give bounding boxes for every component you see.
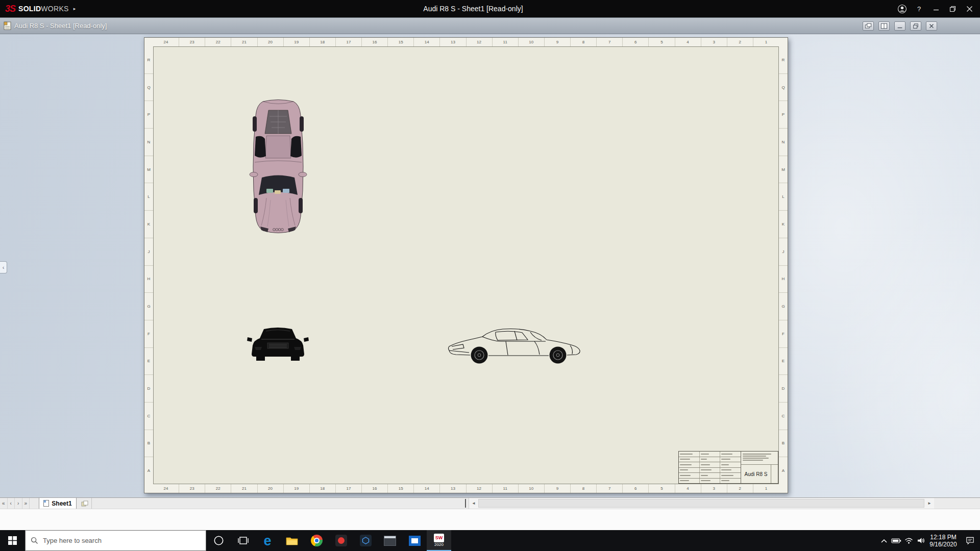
monitor-app-icon <box>409 536 421 546</box>
zone-label: 19 <box>284 38 310 46</box>
zone-label: G <box>779 293 788 320</box>
zone-label: 8 <box>571 38 597 46</box>
volume-status[interactable] <box>915 530 927 551</box>
zone-label: G <box>144 293 153 320</box>
doc-restore-button[interactable] <box>910 21 921 31</box>
task-view-button[interactable] <box>231 530 255 551</box>
battery-icon <box>891 537 901 544</box>
wifi-icon <box>904 537 913 544</box>
zone-label: P <box>779 101 788 129</box>
zone-label: 24 <box>153 484 179 493</box>
sheet-properties-tab[interactable] <box>78 498 92 509</box>
zone-label: B <box>144 430 153 458</box>
cascade-windows-button[interactable] <box>863 21 874 31</box>
zone-label: 10 <box>519 38 545 46</box>
taskbar-clock[interactable]: 12:18 PM 9/16/2020 <box>927 534 960 548</box>
document-title: Audi R8 S - Sheet1 [Read-only] <box>14 22 107 30</box>
zone-label: 22 <box>205 484 231 493</box>
sheet-icon <box>43 500 49 507</box>
sheet-nav-buttons: « ‹ › » <box>0 498 30 509</box>
zone-label: 15 <box>388 38 414 46</box>
drawing-view-top[interactable] <box>248 98 308 236</box>
taskbar-app-file-explorer[interactable] <box>280 530 304 551</box>
minimize-button[interactable] <box>927 0 944 17</box>
taskbar-app-media[interactable] <box>329 530 353 551</box>
zone-label: H <box>779 266 788 293</box>
graphics-viewport[interactable]: ‹ 24232221201918171615141312111098765432… <box>0 34 980 497</box>
zone-label: 5 <box>649 484 675 493</box>
zone-label: F <box>144 320 153 348</box>
title-block-rev-cell <box>771 465 778 483</box>
doc-minimize-button[interactable] <box>894 21 905 31</box>
zone-label: 21 <box>231 484 257 493</box>
battery-status[interactable] <box>890 530 902 551</box>
car-side-view-drawing <box>445 326 585 367</box>
taskbar-app-window[interactable] <box>378 530 402 551</box>
solidworks-app-icon: SW <box>434 534 444 542</box>
windows-logo-icon <box>8 536 17 545</box>
zone-label: 12 <box>467 38 493 46</box>
user-icon <box>897 4 907 14</box>
doc-restore-icon <box>912 22 920 30</box>
scrollbar-thumb[interactable] <box>478 499 924 508</box>
zone-label: 23 <box>179 38 205 46</box>
tile-windows-button[interactable] <box>878 21 890 31</box>
featuremanager-collapsed-tab[interactable]: ‹ <box>0 261 7 273</box>
account-button[interactable] <box>894 0 911 17</box>
zone-label: 3 <box>701 484 727 493</box>
horizontal-scrollbar[interactable]: ◄ ► <box>469 498 934 509</box>
close-button[interactable] <box>961 0 978 17</box>
title-block: Audi R8 S <box>678 451 778 484</box>
taskbar-app-edge[interactable]: e <box>255 530 280 551</box>
tray-overflow-button[interactable] <box>878 530 890 551</box>
zone-label: 9 <box>545 484 571 493</box>
start-button[interactable] <box>0 530 25 551</box>
tile-icon <box>880 22 888 30</box>
pane-splitter-handle[interactable] <box>465 499 466 508</box>
car-top-view-drawing <box>248 98 308 236</box>
drawing-view-side[interactable] <box>445 326 585 367</box>
taskbar-app-monitor[interactable] <box>402 530 427 551</box>
tab-sheet1[interactable]: Sheet1 <box>39 498 77 509</box>
document-window-bar: Audi R8 S - Sheet1 [Read-only] <box>0 17 980 34</box>
zone-label: 4 <box>675 38 701 46</box>
zone-label: E <box>144 348 153 375</box>
zone-label: 13 <box>440 38 466 46</box>
zone-label: Q <box>779 74 788 102</box>
taskbar-search[interactable] <box>25 530 206 551</box>
zone-label: K <box>779 211 788 238</box>
help-button[interactable]: ? <box>911 0 927 17</box>
zone-label: 17 <box>336 484 362 493</box>
zone-label: 6 <box>623 484 649 493</box>
previous-sheet-button[interactable]: ‹ <box>8 498 15 509</box>
window-title: Audi R8 S - Sheet1 [Read-only] <box>0 0 946 17</box>
zone-label: 15 <box>388 484 414 493</box>
action-center-button[interactable] <box>960 530 980 551</box>
cortana-button[interactable] <box>206 530 231 551</box>
drawing-sheet-canvas[interactable]: Audi R8 S <box>153 46 779 484</box>
title-block-part-name: Audi R8 S <box>741 465 771 483</box>
network-status[interactable] <box>902 530 915 551</box>
taskbar-app-edrawings[interactable] <box>353 530 378 551</box>
taskbar-app-solidworks[interactable]: SW 2020 <box>427 530 451 551</box>
scroll-right-button[interactable]: ► <box>925 498 934 509</box>
zone-label: A <box>779 457 788 484</box>
zone-label: Q <box>144 74 153 102</box>
next-sheet-button[interactable]: › <box>15 498 22 509</box>
doc-close-button[interactable] <box>926 21 937 31</box>
zone-label: 24 <box>153 38 179 46</box>
first-sheet-button[interactable]: « <box>0 498 8 509</box>
search-input[interactable] <box>43 537 201 544</box>
zone-label: 19 <box>284 484 310 493</box>
scroll-left-button[interactable]: ◄ <box>469 498 478 509</box>
zone-label: 1 <box>753 484 779 493</box>
taskbar-app-chrome[interactable] <box>304 530 329 551</box>
restore-button[interactable] <box>944 0 961 17</box>
drawing-view-front[interactable] <box>247 324 309 365</box>
last-sheet-button[interactable]: » <box>22 498 30 509</box>
cortana-icon <box>213 535 224 546</box>
chevron-up-icon <box>880 538 888 543</box>
ruler-right: RQPNMLKJHGFEDCBA <box>779 46 788 484</box>
zone-label: 20 <box>258 38 284 46</box>
window-app-icon <box>384 536 396 546</box>
